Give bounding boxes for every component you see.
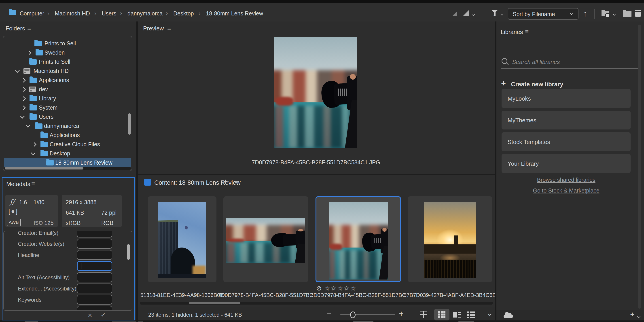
collapse-icon[interactable] (26, 123, 30, 128)
folders-vertical-scrollbar[interactable] (128, 113, 131, 134)
extended-description-input[interactable] (77, 284, 112, 294)
breadcrumb-item-computer[interactable]: Computer (20, 10, 44, 17)
library-item[interactable]: MyLooks (502, 89, 630, 108)
expand-icon[interactable] (21, 106, 26, 110)
thumbnail-image[interactable] (329, 202, 388, 280)
folder-tree-item-selected[interactable]: 18-80mm Lens Review (4, 158, 131, 167)
new-folder-icon[interactable] (623, 11, 632, 17)
library-item[interactable]: Your Library (502, 154, 630, 173)
folder-tree-item[interactable]: Library (4, 94, 131, 103)
folder-tree-item[interactable]: Applications (4, 130, 131, 140)
exposure-compensation-value: -- (34, 210, 37, 216)
create-library-button[interactable]: Create new library (511, 81, 563, 88)
expand-icon[interactable] (32, 142, 36, 147)
panel-divider[interactable] (136, 22, 138, 322)
thumbnail-image[interactable] (226, 218, 305, 263)
metadata-apply-icon[interactable]: ✓ (100, 311, 106, 319)
create-library-plus-icon[interactable]: + (501, 79, 506, 88)
folder-tree-item[interactable]: dev (4, 85, 131, 94)
chevron-down-icon[interactable] (472, 13, 475, 16)
collapse-icon[interactable] (20, 114, 24, 118)
collapse-icon[interactable] (31, 151, 35, 155)
collapse-panel-icon[interactable]: ⌄ (486, 308, 493, 318)
libraries-scrollbar-track[interactable] (638, 24, 641, 308)
folder-tree-item[interactable]: Macintosh HD (4, 66, 131, 76)
preview-panel-title: Preview (143, 25, 164, 32)
creator-website-input[interactable] (77, 239, 112, 249)
star-rating-icons[interactable]: ☆☆☆☆☆ (324, 284, 357, 292)
reject-rating-icon[interactable]: ⊘ (316, 284, 322, 292)
expand-icon[interactable] (21, 78, 26, 82)
add-content-icon[interactable]: + (223, 177, 228, 186)
content-item-card[interactable] (148, 196, 216, 282)
alt-text-input[interactable] (77, 272, 112, 282)
folder-tree-item[interactable]: dannymaiorca (4, 122, 131, 130)
keywords-input[interactable] (77, 295, 112, 304)
folder-tree-item[interactable]: Desktop (4, 149, 131, 158)
expand-icon[interactable] (27, 50, 31, 55)
metadata-cancel-icon[interactable]: × (88, 311, 92, 320)
breadcrumb-item-users[interactable]: Users (102, 10, 116, 17)
content-workspace-icon[interactable] (144, 179, 151, 186)
folders-horizontal-scrollbar[interactable] (5, 167, 84, 170)
clipped-input[interactable] (77, 306, 112, 311)
content-item-card[interactable] (224, 196, 308, 282)
folder-tree-item[interactable]: Users (4, 112, 131, 122)
cloud-sync-icon[interactable] (504, 314, 513, 318)
details-view-icon[interactable] (453, 312, 457, 318)
folder-tree-item[interactable]: Applications (4, 76, 131, 85)
thumbnail-quality-icon[interactable] (452, 12, 456, 16)
chevron-down-icon[interactable] (500, 12, 504, 16)
preview-image[interactable] (274, 37, 357, 148)
content-horizontal-scrollbar[interactable] (189, 302, 240, 304)
sort-ascending-icon[interactable]: ↑ (583, 9, 587, 18)
browse-shared-libraries-link[interactable]: Browse shared libraries (537, 177, 595, 183)
content-item-card-selected[interactable] (316, 196, 401, 282)
panel-divider[interactable] (495, 22, 496, 322)
folder-tree-item[interactable]: Prints to Sell (4, 57, 131, 66)
stock-marketplace-link[interactable]: Go to Stock & Marketplace (533, 188, 599, 194)
thumbnail-size-slider-thumb[interactable] (350, 312, 356, 318)
metadata-fields: Creator: Email(s) Creator: Website(s) He… (3, 231, 132, 311)
creator-email-input[interactable] (77, 231, 112, 238)
list-view-icon[interactable] (467, 312, 469, 318)
delete-icon[interactable] (635, 10, 641, 17)
expand-icon[interactable] (21, 96, 26, 101)
thumbnail-view-active-pill[interactable] (434, 309, 450, 320)
folder-tree-item[interactable]: Creative Cloud Files (4, 140, 131, 149)
search-underline (501, 68, 639, 69)
collapse-icon[interactable] (15, 68, 20, 73)
headline-input[interactable] (77, 250, 112, 260)
content-panel-menu-icon[interactable]: ≡ (235, 179, 239, 186)
zoom-in-icon[interactable]: + (399, 309, 404, 318)
content-horizontal-scrollbar-track[interactable] (140, 302, 493, 304)
libraries-panel-menu-icon[interactable]: ≡ (525, 28, 528, 35)
folders-horizontal-scrollbar-track[interactable] (4, 167, 131, 170)
folder-tree-item[interactable]: System (4, 103, 131, 112)
library-item[interactable]: Stock Templates (502, 132, 630, 151)
breadcrumb-item-desktop[interactable]: Desktop (173, 10, 194, 17)
library-item[interactable]: MyThemes (502, 111, 630, 130)
thumbnail-quality-options-icon[interactable] (463, 10, 469, 16)
preview-panel-menu-icon[interactable]: ≡ (167, 24, 171, 32)
metadata-panel-menu-icon[interactable]: ≡ (31, 180, 35, 188)
content-item-card[interactable] (408, 196, 492, 282)
breadcrumb-item-macintosh-hd[interactable]: Macintosh HD (55, 10, 90, 17)
libraries-search-input[interactable]: Search all libraries (512, 58, 560, 66)
chevron-down-icon[interactable] (613, 12, 616, 16)
folders-panel-menu-icon[interactable]: ≡ (27, 24, 31, 32)
thumbnail-image[interactable] (424, 202, 476, 278)
folder-tree-item[interactable]: Prints to Sell (4, 39, 131, 48)
add-library-asset-icon[interactable]: + (630, 310, 634, 319)
thumbnail-size-slider-track[interactable] (340, 314, 395, 315)
grid-view-icon[interactable] (420, 311, 427, 318)
breadcrumb-item-dannymaiorca[interactable]: dannymaiorca (128, 10, 162, 17)
folder-tree-item[interactable]: Sweden (4, 48, 131, 57)
thumbnail-view-icon[interactable] (438, 311, 440, 313)
sort-dropdown[interactable]: Sort by Filename (508, 8, 578, 20)
metadata-vertical-scrollbar[interactable] (127, 244, 130, 260)
thumbnail-image[interactable] (158, 202, 206, 278)
expand-icon[interactable] (21, 87, 26, 92)
zoom-out-icon[interactable]: − (327, 309, 332, 318)
focused-text-input[interactable] (77, 261, 112, 271)
